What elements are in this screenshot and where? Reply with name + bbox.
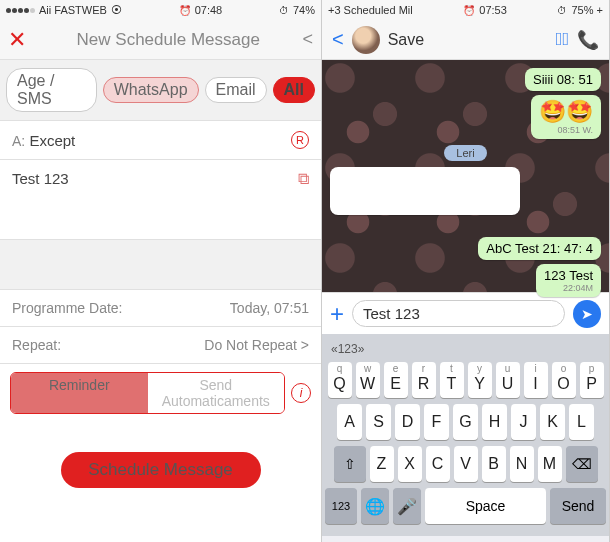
key-w[interactable]: wW: [356, 362, 380, 398]
back-angle-icon[interactable]: <: [302, 29, 313, 50]
key-n[interactable]: N: [510, 446, 534, 482]
contact-name[interactable]: Save: [388, 31, 548, 49]
key-b[interactable]: B: [482, 446, 506, 482]
wifi-icon: ⦿: [111, 4, 122, 16]
shift-key[interactable]: ⇧: [334, 446, 366, 482]
repeat-value: Do Not Repeat >: [204, 337, 309, 353]
return-key[interactable]: Send: [550, 488, 606, 524]
programme-date-label: Programme Date:: [12, 300, 122, 316]
segment-auto[interactable]: Send Automaticaments: [148, 373, 285, 413]
chip-all[interactable]: All: [273, 77, 315, 103]
chat-area[interactable]: Siiii 08: 51 🤩🤩 08:51 W. Leri AbC Test 2…: [322, 60, 609, 292]
star-eyes-emoji: 🤩🤩: [539, 99, 593, 124]
message-text: Test 123: [12, 170, 69, 187]
schedule-message-button[interactable]: Schedule Message: [61, 452, 261, 488]
key-z[interactable]: Z: [370, 446, 394, 482]
chip-whatsapp[interactable]: WhatsApp: [103, 77, 199, 103]
key-y[interactable]: yY: [468, 362, 492, 398]
key-k[interactable]: K: [540, 404, 565, 440]
numbers-key[interactable]: 123: [325, 488, 357, 524]
clock-icon-r: ⏱: [557, 5, 567, 16]
key-g[interactable]: G: [453, 404, 478, 440]
page-title: New Schedule Message: [34, 30, 302, 50]
segment-reminder[interactable]: Reminder: [11, 373, 148, 413]
status-time: 07:48: [195, 4, 223, 16]
key-e[interactable]: eE: [384, 362, 408, 398]
msg-time-4: 22:04M: [544, 283, 593, 293]
message-out-4[interactable]: 123 Test 22:04M: [536, 264, 601, 297]
send-button[interactable]: ➤: [573, 300, 601, 328]
recipient-value: Except: [29, 132, 75, 149]
key-a[interactable]: A: [337, 404, 362, 440]
battery-r: 75% +: [571, 4, 603, 16]
status-bar-right: +3 Scheduled Mil ⏰07:53 ⏱75% +: [322, 0, 609, 20]
key-h[interactable]: H: [482, 404, 507, 440]
key-j[interactable]: J: [511, 404, 536, 440]
msg-time: 08:51 W.: [539, 125, 593, 135]
message-input[interactable]: Test 123: [352, 300, 565, 327]
key-s[interactable]: S: [366, 404, 391, 440]
key-u[interactable]: uU: [496, 362, 520, 398]
message-out-3[interactable]: AbC Test 21: 47: 4: [478, 237, 601, 260]
chip-sms[interactable]: Age / SMS: [6, 68, 97, 112]
recipient-field[interactable]: A: Except R: [0, 121, 321, 160]
mode-segment[interactable]: Reminder Send Automaticaments: [10, 372, 285, 414]
space-key[interactable]: Space: [425, 488, 546, 524]
back-icon[interactable]: <: [332, 28, 344, 51]
key-x[interactable]: X: [398, 446, 422, 482]
video-call-icon[interactable]: ▢⃞: [556, 29, 569, 50]
globe-key[interactable]: 🌐: [361, 488, 389, 524]
status-bar: Aii FASTWEB ⦿ ⏰ 07:48 ⏱ 74%: [0, 0, 321, 20]
message-in-blank[interactable]: [330, 167, 520, 215]
avatar[interactable]: [352, 26, 380, 54]
recipient-label: A:: [12, 133, 25, 149]
key-l[interactable]: L: [569, 404, 594, 440]
key-o[interactable]: oO: [552, 362, 576, 398]
status-time-r: 07:53: [479, 4, 507, 16]
key-c[interactable]: C: [426, 446, 450, 482]
nav-bar: ✕ New Schedule Message <: [0, 20, 321, 60]
message-out-emoji[interactable]: 🤩🤩 08:51 W.: [531, 95, 601, 139]
key-m[interactable]: M: [538, 446, 562, 482]
info-icon[interactable]: i: [291, 383, 311, 403]
key-f[interactable]: F: [424, 404, 449, 440]
copy-icon[interactable]: ⧉: [298, 170, 309, 188]
mic-key[interactable]: 🎤: [393, 488, 421, 524]
phone-call-icon[interactable]: 📞: [577, 29, 599, 51]
channel-filters: Age / SMS WhatsApp Email All: [0, 60, 321, 121]
repeat-row[interactable]: Repeat: Do Not Repeat >: [0, 327, 321, 364]
key-v[interactable]: V: [454, 446, 478, 482]
key-p[interactable]: pP: [580, 362, 604, 398]
key-d[interactable]: D: [395, 404, 420, 440]
delete-key[interactable]: ⌫: [566, 446, 598, 482]
message-field[interactable]: Test 123 ⧉: [0, 160, 321, 240]
attach-icon[interactable]: +: [330, 300, 344, 328]
key-row-4: 123 🌐 🎤 Space Send: [325, 488, 606, 524]
repeat-label: Repeat:: [12, 337, 61, 353]
keyboard-hint[interactable]: «123»: [325, 340, 606, 362]
key-r[interactable]: rR: [412, 362, 436, 398]
schedule-message-screen: Aii FASTWEB ⦿ ⏰ 07:48 ⏱ 74% ✕ New Schedu…: [0, 0, 322, 542]
chip-email[interactable]: Email: [205, 77, 267, 103]
registered-icon[interactable]: R: [291, 131, 309, 149]
whatsapp-screen: +3 Scheduled Mil ⏰07:53 ⏱75% + < Save ▢⃞…: [322, 0, 610, 542]
key-row-3: ⇧ ZXCVBNM ⌫: [325, 446, 606, 482]
alarm-icon-2: ⏱: [279, 5, 289, 16]
programme-date-value: Today, 07:51: [230, 300, 309, 316]
mode-segment-row: Reminder Send Automaticaments i: [0, 364, 321, 422]
message-out-1[interactable]: Siiii 08: 51: [525, 68, 601, 91]
key-row-1: qQwWeErRtTyYuUiIoOpP: [325, 362, 606, 398]
message-input-bar: + Test 123 ➤: [322, 292, 609, 334]
alarm-icon: ⏰: [179, 5, 191, 16]
key-q[interactable]: qQ: [328, 362, 352, 398]
key-t[interactable]: tT: [440, 362, 464, 398]
programme-date-row[interactable]: Programme Date: Today, 07:51: [0, 290, 321, 327]
close-icon[interactable]: ✕: [8, 27, 26, 53]
spacer: [0, 240, 321, 290]
keyboard: «123» qQwWeErRtTyYuUiIoOpP ASDFGHJKL ⇧ Z…: [322, 334, 609, 536]
chat-nav: < Save ▢⃞ 📞: [322, 20, 609, 60]
carrier-label: Aii FASTWEB: [39, 4, 107, 16]
battery-text: 74%: [293, 4, 315, 16]
key-i[interactable]: iI: [524, 362, 548, 398]
alarm-icon-r: ⏰: [463, 5, 475, 16]
